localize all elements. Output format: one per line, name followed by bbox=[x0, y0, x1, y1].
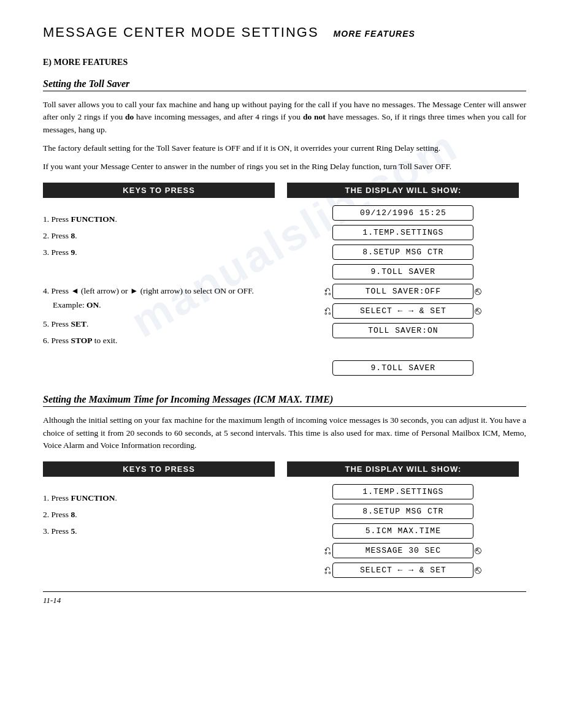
steps-list-1: 1. Press FUNCTION. 2. Press 8. 3. Press … bbox=[43, 213, 275, 348]
arrow-left-1: ⎌ bbox=[324, 285, 331, 298]
two-col-icm: KEYS TO PRESS 1. Press FUNCTION. 2. Pres… bbox=[43, 461, 526, 579]
display-box-toll-saver: 9.TOLL SAVER bbox=[332, 264, 473, 279]
step-2-2: 2. Press 8. bbox=[43, 508, 275, 522]
step-2: 2. Press 8. bbox=[43, 229, 275, 243]
step-6: 6. Press STOP to exit. bbox=[43, 334, 275, 348]
page-title: MESSAGE CENTER MODE SETTINGS bbox=[43, 25, 319, 40]
display-arrow2-message: ⎌ MESSAGE 30 SEC ⎋ bbox=[323, 543, 483, 558]
arrow-left-2: ⎌ bbox=[324, 305, 331, 317]
keys-header-2: KEYS TO PRESS bbox=[43, 461, 275, 477]
step-2-1: 1. Press FUNCTION. bbox=[43, 491, 275, 506]
step-3: 3. Press 9. bbox=[43, 246, 275, 260]
section-e-heading: E) MORE FEATURES bbox=[43, 58, 526, 67]
two-col-toll-saver: KEYS TO PRESS 1. Press FUNCTION. 2. Pres… bbox=[43, 183, 526, 377]
arrow-right-1: ⎋ bbox=[475, 285, 481, 298]
subsection1-para2: The factory default setting for the Toll… bbox=[43, 142, 526, 154]
page-subtitle: MORE FEATURES bbox=[334, 29, 415, 39]
display-box-select: SELECT ← → & SET bbox=[332, 303, 473, 319]
display-box-temp-settings: 1.TEMP.SETTINGS bbox=[332, 225, 473, 240]
display-box2-setup-msg: 8.SETUP MSG CTR bbox=[332, 504, 473, 519]
display-arrow2-select: ⎌ SELECT ← → & SET ⎋ bbox=[323, 563, 483, 578]
step-4-example: Example: ON. bbox=[53, 300, 101, 309]
step-4: 4. Press ◄ (left arrow) or ► (right arro… bbox=[43, 284, 275, 313]
step-2-bold: 8 bbox=[71, 231, 75, 240]
display-header-2: THE DISPLAY WILL SHOW: bbox=[287, 461, 519, 477]
step-6-bold: STOP bbox=[71, 336, 92, 345]
display-col: THE DISPLAY WILL SHOW: 09/12/1996 15:25 … bbox=[287, 183, 519, 377]
subsection2-para1: Although the initial setting on your fax… bbox=[43, 414, 526, 452]
display-arrow-select: ⎌ SELECT ← → & SET ⎋ bbox=[323, 303, 483, 319]
steps-list-2: 1. Press FUNCTION. 2. Press 8. 3. Press … bbox=[43, 491, 275, 539]
display-box-datetime: 09/12/1996 15:25 bbox=[332, 205, 473, 221]
subsection1-para3: If you want your Message Center to answe… bbox=[43, 161, 526, 173]
display-col-2: THE DISPLAY WILL SHOW: 1.TEMP.SETTINGS 8… bbox=[287, 461, 519, 579]
page-number: 11-14 bbox=[43, 596, 61, 605]
display-box-toll-saver-on: TOLL SAVER:ON bbox=[332, 323, 473, 338]
display-group-1: 09/12/1996 15:25 1.TEMP.SETTINGS 8.SETUP… bbox=[287, 204, 519, 339]
step-3-bold: 9 bbox=[71, 248, 75, 257]
display-box2-temp-settings: 1.TEMP.SETTINGS bbox=[332, 484, 473, 499]
display-box2-select: SELECT ← → & SET bbox=[332, 563, 473, 578]
display-arrow-off: ⎌ TOLL SAVER:OFF ⎋ bbox=[323, 284, 483, 299]
display-header-1: THE DISPLAY WILL SHOW: bbox=[287, 183, 519, 198]
step-2-3: 3. Press 5. bbox=[43, 525, 275, 539]
keys-col: KEYS TO PRESS 1. Press FUNCTION. 2. Pres… bbox=[43, 183, 275, 351]
display-box2-icm-max: 5.ICM MAX.TIME bbox=[332, 523, 473, 539]
footer-line: 11-14 bbox=[43, 591, 526, 605]
keys-header-1: KEYS TO PRESS bbox=[43, 183, 275, 198]
display-box2-message-30: MESSAGE 30 SEC bbox=[332, 543, 473, 558]
arrow-right-4: ⎋ bbox=[475, 564, 481, 577]
step-1: 1. Press FUNCTION. bbox=[43, 213, 275, 227]
subsection1-heading: Setting the Toll Saver bbox=[43, 78, 526, 91]
display-box-step5: 9.TOLL SAVER bbox=[332, 360, 473, 376]
arrow-left-3: ⎌ bbox=[324, 544, 331, 557]
display-group-2: 1.TEMP.SETTINGS 8.SETUP MSG CTR 5.ICM MA… bbox=[287, 483, 519, 579]
page-header: MESSAGE CENTER MODE SETTINGS MORE FEATUR… bbox=[43, 25, 526, 40]
display-box-toll-saver-off: TOLL SAVER:OFF bbox=[332, 284, 473, 299]
step-2-1-bold: FUNCTION bbox=[71, 493, 115, 502]
subsection1-para1: Toll saver allows you to call your fax m… bbox=[43, 99, 526, 136]
arrow-right-3: ⎋ bbox=[475, 544, 481, 557]
step-5: 5. Press SET. bbox=[43, 317, 275, 332]
step-2-3-bold: 5 bbox=[71, 526, 75, 536]
display-box-setup-msg: 8.SETUP MSG CTR bbox=[332, 245, 473, 260]
arrow-left-4: ⎌ bbox=[324, 564, 331, 577]
subsection2-heading: Setting the Maximum Time for Incoming Me… bbox=[43, 394, 526, 407]
keys-col-2: KEYS TO PRESS 1. Press FUNCTION. 2. Pres… bbox=[43, 461, 275, 541]
step-1-bold: FUNCTION bbox=[71, 214, 115, 224]
arrow-right-2: ⎋ bbox=[475, 305, 481, 317]
step-2-2-bold: 8 bbox=[71, 510, 75, 519]
step-5-bold: SET bbox=[71, 319, 86, 328]
